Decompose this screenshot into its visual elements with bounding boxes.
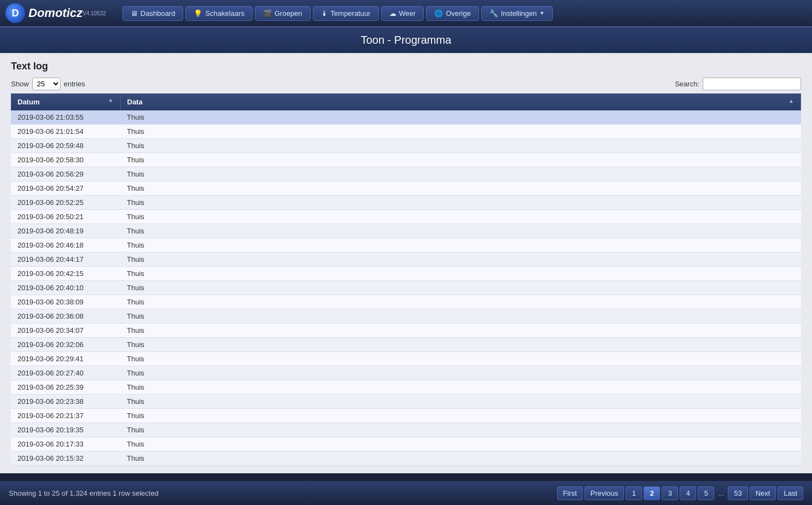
nav-icon-overige: 🌐 bbox=[434, 9, 443, 17]
cell-data: Thuis bbox=[120, 167, 801, 181]
nav-item-temperatuur[interactable]: 🌡Temperatuur bbox=[313, 6, 379, 21]
section-title: Text log bbox=[11, 61, 801, 72]
pagination-next[interactable]: Next bbox=[750, 486, 776, 500]
pagination-page-5[interactable]: 5 bbox=[698, 486, 714, 500]
table-row[interactable]: 2019-03-06 20:44:17Thuis bbox=[11, 252, 801, 267]
cell-data: Thuis bbox=[120, 252, 801, 267]
pagination-previous[interactable]: Previous bbox=[585, 486, 624, 500]
cell-data: Thuis bbox=[120, 281, 801, 295]
table-row[interactable]: 2019-03-06 20:29:41Thuis bbox=[11, 352, 801, 366]
table-row[interactable]: 2019-03-06 20:15:32Thuis bbox=[11, 451, 801, 466]
footer-showing: Showing 1 to 25 of 1,324 entries bbox=[9, 489, 110, 497]
table-row[interactable]: 2019-03-06 20:32:06Thuis bbox=[11, 338, 801, 352]
nav-icon-temperatuur: 🌡 bbox=[321, 9, 328, 17]
logo-icon: D bbox=[5, 3, 25, 23]
table-row[interactable]: 2019-03-06 20:48:19Thuis bbox=[11, 224, 801, 238]
pagination-last[interactable]: Last bbox=[778, 486, 803, 500]
nav-item-overige[interactable]: 🌐Overige bbox=[426, 6, 479, 21]
footer-bar: Showing 1 to 25 of 1,324 entries 1 row s… bbox=[0, 481, 812, 505]
nav-label-instellingen: Instellingen bbox=[501, 9, 537, 17]
cell-datum: 2019-03-06 20:34:07 bbox=[11, 324, 120, 338]
cell-datum: 2019-03-06 20:58:30 bbox=[11, 153, 120, 167]
table-row[interactable]: 2019-03-06 20:38:09Thuis bbox=[11, 295, 801, 309]
nav-item-dashboard[interactable]: 🖥Dashboard bbox=[122, 6, 184, 21]
nav-item-weer[interactable]: ☁Weer bbox=[381, 6, 424, 21]
pagination-page-1[interactable]: 1 bbox=[626, 486, 642, 500]
table-row[interactable]: 2019-03-06 21:03:55Thuis bbox=[11, 110, 801, 125]
cell-data: Thuis bbox=[120, 224, 801, 238]
table-row[interactable]: 2019-03-06 20:56:29Thuis bbox=[11, 167, 801, 181]
nav-item-groepen[interactable]: 🎬Groepen bbox=[255, 6, 311, 21]
table-row[interactable]: 2019-03-06 20:59:48Thuis bbox=[11, 139, 801, 153]
cell-data: Thuis bbox=[120, 451, 801, 466]
show-label: Show bbox=[11, 80, 29, 88]
col-datum[interactable]: Datum ▼ bbox=[11, 93, 120, 110]
cell-data: Thuis bbox=[120, 366, 801, 380]
cell-datum: 2019-03-06 20:19:35 bbox=[11, 423, 120, 437]
nav-label-dashboard: Dashboard bbox=[141, 9, 176, 17]
footer-info: Showing 1 to 25 of 1,324 entries 1 row s… bbox=[9, 489, 159, 497]
pagination-page-3[interactable]: 3 bbox=[662, 486, 678, 500]
cell-datum: 2019-03-06 20:38:09 bbox=[11, 295, 120, 309]
table-row[interactable]: 2019-03-06 20:27:40Thuis bbox=[11, 366, 801, 380]
cell-datum: 2019-03-06 20:59:48 bbox=[11, 139, 120, 153]
nav-item-schakelaars[interactable]: 💡Schakelaars bbox=[185, 6, 253, 21]
cell-data: Thuis bbox=[120, 423, 801, 437]
cell-data: Thuis bbox=[120, 153, 801, 167]
table-row[interactable]: 2019-03-06 20:23:38Thuis bbox=[11, 395, 801, 409]
table-row[interactable]: 2019-03-06 20:25:39Thuis bbox=[11, 380, 801, 395]
app-version: V4.10532 bbox=[83, 10, 106, 16]
cell-data: Thuis bbox=[120, 380, 801, 395]
pagination-page-2[interactable]: 2 bbox=[644, 486, 660, 500]
table-row[interactable]: 2019-03-06 21:01:54Thuis bbox=[11, 125, 801, 139]
content-area: Text log Show 102550100 entries Search: … bbox=[0, 53, 812, 473]
cell-datum: 2019-03-06 20:44:17 bbox=[11, 252, 120, 267]
nav-label-temperatuur: Temperatuur bbox=[331, 9, 371, 17]
cell-data: Thuis bbox=[120, 110, 801, 125]
cell-data: Thuis bbox=[120, 181, 801, 196]
table-row[interactable]: 2019-03-06 20:36:08Thuis bbox=[11, 309, 801, 324]
search-area: Search: bbox=[675, 78, 801, 90]
cell-data: Thuis bbox=[120, 352, 801, 366]
search-input[interactable] bbox=[703, 78, 801, 90]
nav-items: 🖥Dashboard💡Schakelaars🎬Groepen🌡Temperatu… bbox=[122, 6, 553, 21]
table-row[interactable]: 2019-03-06 20:54:27Thuis bbox=[11, 181, 801, 196]
nav-icon-dashboard: 🖥 bbox=[131, 9, 138, 17]
table-row[interactable]: 2019-03-06 20:42:15Thuis bbox=[11, 267, 801, 281]
cell-data: Thuis bbox=[120, 267, 801, 281]
table-controls-top: Show 102550100 entries Search: bbox=[11, 78, 801, 90]
pagination-first[interactable]: First bbox=[557, 486, 583, 500]
entries-select[interactable]: 102550100 bbox=[32, 78, 61, 90]
table-row[interactable]: 2019-03-06 20:21:37Thuis bbox=[11, 409, 801, 423]
table-header-row: Datum ▼ Data ▲ bbox=[11, 93, 801, 110]
pagination-page-53[interactable]: 53 bbox=[728, 486, 747, 500]
cell-datum: 2019-03-06 20:15:32 bbox=[11, 451, 120, 466]
nav-item-instellingen[interactable]: 🔧Instellingen bbox=[481, 6, 553, 21]
table-row[interactable]: 2019-03-06 20:52:25Thuis bbox=[11, 196, 801, 210]
cell-data: Thuis bbox=[120, 409, 801, 423]
footer-selected: 1 row selected bbox=[113, 489, 159, 497]
table-row[interactable]: 2019-03-06 20:50:21Thuis bbox=[11, 210, 801, 224]
table-row[interactable]: 2019-03-06 20:40:10Thuis bbox=[11, 281, 801, 295]
col-data-label: Data bbox=[127, 98, 143, 106]
table-row[interactable]: 2019-03-06 20:58:30Thuis bbox=[11, 153, 801, 167]
topbar: D Domoticz V4.10532 🖥Dashboard💡Schakelaa… bbox=[0, 0, 812, 27]
cell-datum: 2019-03-06 20:54:27 bbox=[11, 181, 120, 196]
col-data[interactable]: Data ▲ bbox=[120, 93, 801, 110]
nav-icon-schakelaars: 💡 bbox=[194, 9, 202, 17]
table-body: 2019-03-06 21:03:55Thuis2019-03-06 21:01… bbox=[11, 110, 801, 466]
cell-datum: 2019-03-06 20:52:25 bbox=[11, 196, 120, 210]
cell-datum: 2019-03-06 20:29:41 bbox=[11, 352, 120, 366]
cell-datum: 2019-03-06 20:50:21 bbox=[11, 210, 120, 224]
search-label: Search: bbox=[675, 80, 699, 88]
pagination-page-4[interactable]: 4 bbox=[680, 486, 696, 500]
cell-datum: 2019-03-06 20:32:06 bbox=[11, 338, 120, 352]
cell-data: Thuis bbox=[120, 295, 801, 309]
table-row[interactable]: 2019-03-06 20:17:33Thuis bbox=[11, 437, 801, 451]
cell-datum: 2019-03-06 20:46:18 bbox=[11, 238, 120, 252]
cell-data: Thuis bbox=[120, 309, 801, 324]
table-row[interactable]: 2019-03-06 20:19:35Thuis bbox=[11, 423, 801, 437]
table-row[interactable]: 2019-03-06 20:34:07Thuis bbox=[11, 324, 801, 338]
cell-datum: 2019-03-06 20:25:39 bbox=[11, 380, 120, 395]
table-row[interactable]: 2019-03-06 20:46:18Thuis bbox=[11, 238, 801, 252]
